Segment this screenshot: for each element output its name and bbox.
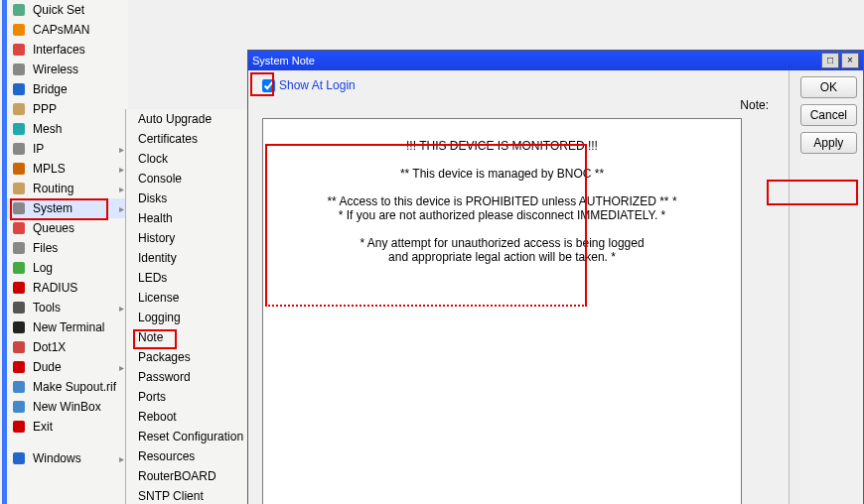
- cancel-button[interactable]: Cancel: [800, 104, 857, 126]
- sidebar-item-label: Dot1X: [33, 340, 66, 354]
- show-at-login-label: Show At Login: [279, 78, 356, 92]
- sidebar-item-label: MPLS: [33, 162, 66, 176]
- sidebar-item-bridge[interactable]: Bridge▸: [7, 79, 128, 99]
- sidebar-item-queues[interactable]: Queues▸: [7, 218, 128, 238]
- submenu-item-password[interactable]: Password: [126, 367, 265, 387]
- chevron-right-icon: ▸: [119, 303, 124, 314]
- gear-icon: [11, 200, 27, 216]
- sidebar-item-label: Bridge: [33, 82, 68, 96]
- scrollbar[interactable]: [789, 70, 800, 504]
- submenu-item-routerboard[interactable]: RouterBOARD: [126, 466, 265, 486]
- svg-rect-21: [13, 421, 25, 433]
- window-title: System Note: [252, 55, 315, 66]
- submenu-item-ports[interactable]: Ports: [126, 387, 265, 407]
- winbox-icon: [11, 399, 27, 415]
- dude-icon: [11, 359, 27, 375]
- svg-rect-2: [13, 44, 25, 56]
- sidebar-item-label: Interfaces: [33, 43, 85, 57]
- sidebar-item-log[interactable]: Log▸: [7, 258, 128, 278]
- mesh-icon: [11, 121, 27, 137]
- submenu-item-reboot[interactable]: Reboot: [126, 407, 265, 427]
- apply-button[interactable]: Apply: [800, 132, 857, 154]
- tools-icon: [11, 300, 27, 315]
- sidebar-item-new-winbox[interactable]: New WinBox▸: [7, 397, 128, 417]
- sidebar-item-new-terminal[interactable]: New Terminal▸: [7, 317, 128, 337]
- mpls-icon: [11, 161, 27, 177]
- close-icon[interactable]: ×: [841, 53, 859, 68]
- sidebar-item-ip[interactable]: IP▸: [7, 139, 128, 159]
- submenu-item-reset-configuration[interactable]: Reset Configuration: [126, 427, 265, 446]
- sidebar-item-system[interactable]: System▸: [7, 198, 128, 218]
- wand-icon: [11, 2, 27, 18]
- queue-icon: [11, 220, 27, 236]
- sidebar-item-exit[interactable]: Exit▸: [7, 417, 128, 437]
- ok-button[interactable]: OK: [800, 76, 857, 98]
- sidebar-item-label: PPP: [33, 102, 57, 116]
- submenu-item-sntp-client[interactable]: SNTP Client: [126, 486, 265, 504]
- svg-rect-17: [13, 341, 25, 353]
- submenu-item-logging[interactable]: Logging: [126, 308, 265, 327]
- sidebar-item-dot1x[interactable]: Dot1X▸: [7, 337, 128, 357]
- chevron-right-icon: ▸: [119, 184, 124, 194]
- sidebar-item-label: Exit: [33, 420, 53, 434]
- exit-icon: [11, 419, 27, 435]
- minimize-icon[interactable]: □: [821, 53, 839, 68]
- show-at-login-checkbox[interactable]: [262, 79, 275, 92]
- sidebar-item-make-supout-rif[interactable]: Make Supout.rif▸: [7, 377, 128, 397]
- svg-rect-6: [13, 123, 25, 135]
- submenu-item-disks[interactable]: Disks: [126, 189, 265, 208]
- sidebar-item-quick-set[interactable]: Quick Set▸: [7, 0, 128, 20]
- svg-rect-22: [13, 452, 25, 464]
- note-textarea[interactable]: [262, 118, 742, 504]
- submenu-item-health[interactable]: Health: [126, 208, 265, 228]
- sidebar-item-label: Dude: [33, 360, 62, 374]
- svg-rect-20: [13, 401, 25, 413]
- svg-rect-11: [13, 222, 25, 234]
- sidebar-item-label: Files: [33, 241, 58, 255]
- sidebar-item-dude[interactable]: Dude▸: [7, 357, 128, 377]
- sidebar-item-radius[interactable]: RADIUS▸: [7, 278, 128, 298]
- svg-rect-7: [13, 143, 25, 155]
- sidebar-item-mesh[interactable]: Mesh▸: [7, 119, 128, 139]
- antenna-icon: [11, 22, 27, 38]
- submenu-item-packages[interactable]: Packages: [126, 347, 265, 367]
- svg-rect-1: [13, 24, 25, 36]
- routing-icon: [11, 181, 27, 196]
- sidebar-item-capsman[interactable]: CAPsMAN▸: [7, 20, 128, 40]
- submenu-item-identity[interactable]: Identity: [126, 248, 265, 268]
- chevron-right-icon: ▸: [119, 453, 124, 464]
- svg-rect-16: [13, 321, 25, 333]
- svg-rect-8: [13, 163, 25, 175]
- sidebar-item-files[interactable]: Files▸: [7, 238, 128, 258]
- sidebar-item-label: Routing: [33, 182, 73, 195]
- sidebar-item-label: Tools: [33, 301, 61, 315]
- sidebar-item-label: New Terminal: [33, 320, 104, 334]
- supout-icon: [11, 379, 27, 395]
- submenu-item-history[interactable]: History: [126, 228, 265, 248]
- submenu-item-leds[interactable]: LEDs: [126, 268, 265, 288]
- main-sidebar: Quick Set▸CAPsMAN▸Interfaces▸Wireless▸Br…: [2, 0, 128, 504]
- sidebar-item-tools[interactable]: Tools▸: [7, 298, 128, 317]
- submenu-item-console[interactable]: Console: [126, 169, 265, 189]
- sidebar-item-ppp[interactable]: PPP▸: [7, 99, 128, 119]
- submenu-item-clock[interactable]: Clock: [126, 149, 265, 169]
- submenu-item-note[interactable]: Note: [126, 327, 265, 347]
- submenu-item-license[interactable]: License: [126, 288, 265, 308]
- ip-icon: [11, 141, 27, 157]
- sidebar-item-label: RADIUS: [33, 281, 77, 295]
- sidebar-item-interfaces[interactable]: Interfaces▸: [7, 40, 128, 60]
- submenu-item-resources[interactable]: Resources: [126, 446, 265, 466]
- note-field-label: Note:: [262, 98, 775, 112]
- sidebar-item-label: Make Supout.rif: [33, 380, 116, 394]
- sidebar-item-label: IP: [33, 142, 44, 156]
- sidebar-item-windows[interactable]: Windows▸: [7, 448, 128, 468]
- submenu-item-auto-upgrade[interactable]: Auto Upgrade: [126, 109, 265, 129]
- window-titlebar[interactable]: System Note □ ×: [248, 51, 863, 70]
- sidebar-item-routing[interactable]: Routing▸: [7, 179, 128, 198]
- sidebar-item-wireless[interactable]: Wireless▸: [7, 60, 128, 79]
- bars-icon: [11, 42, 27, 58]
- sidebar-item-mpls[interactable]: MPLS▸: [7, 159, 128, 179]
- chevron-right-icon: ▸: [119, 203, 124, 214]
- submenu-item-certificates[interactable]: Certificates: [126, 129, 265, 149]
- svg-rect-10: [13, 202, 25, 214]
